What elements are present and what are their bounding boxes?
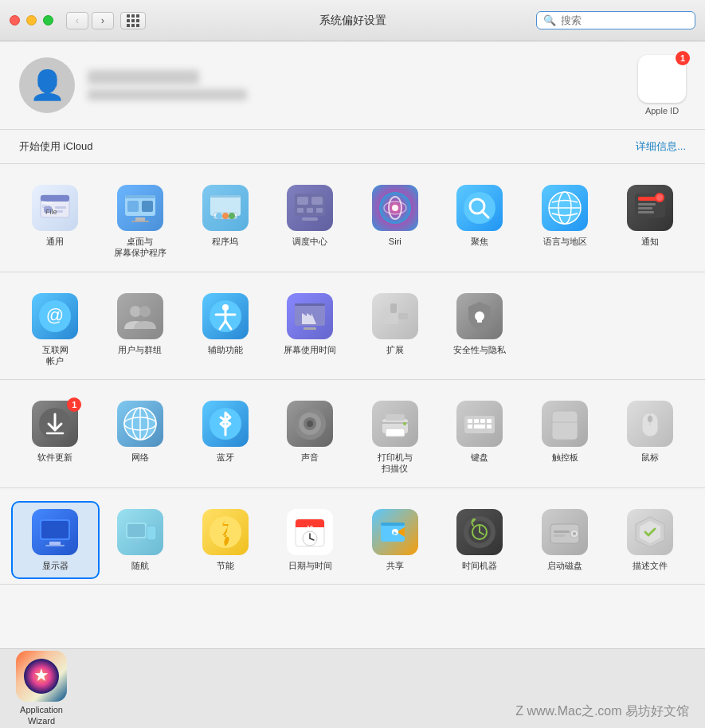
bluetooth-icon-svg <box>208 406 243 441</box>
avatar-icon: 👤 <box>29 68 65 102</box>
svg-rect-42 <box>638 211 654 213</box>
minimize-button[interactable] <box>26 15 37 25</box>
svg-rect-15 <box>210 195 241 198</box>
pref-item-display[interactable]: 显示器 <box>13 503 98 577</box>
pref-item-sidecar[interactable]: 随航 <box>98 503 183 577</box>
energy-label: 节能 <box>217 560 234 571</box>
pref-item-datetime[interactable]: 18 日期与时间 <box>268 503 353 577</box>
pref-item-general[interactable]: File New One 通用 <box>13 178 98 265</box>
svg-rect-92 <box>648 416 652 422</box>
pref-item-desktop[interactable]: 桌面与屏幕保护程序 <box>98 178 183 265</box>
network-label: 网络 <box>131 452 149 463</box>
energy-icon <box>202 509 249 555</box>
svg-text:18: 18 <box>307 525 313 530</box>
pref-item-extensions[interactable]: 扩展 <box>353 287 438 374</box>
pref-item-notifications[interactable]: 通知 <box>607 178 692 265</box>
pref-item-network[interactable]: 网络 <box>98 394 183 481</box>
software-badge: 1 <box>67 397 81 412</box>
printer-icon <box>372 401 418 447</box>
user-name <box>88 70 199 84</box>
keyboard-icon <box>456 401 503 447</box>
watermark: Z www.Mac之.com 易坊好文馆 <box>515 703 689 720</box>
general-icon-svg: File New One <box>37 190 72 225</box>
svg-point-31 <box>464 192 495 224</box>
siri-icon-svg <box>378 190 413 225</box>
pref-item-language[interactable]: 语言与地区 <box>523 178 608 265</box>
pref-item-users[interactable]: 用户与群组 <box>98 287 183 374</box>
pref-item-dock[interactable]: 程序坞 <box>182 178 268 265</box>
mission-icon-svg <box>292 190 327 225</box>
pref-item-startup[interactable]: 启动磁盘 <box>523 503 608 577</box>
pref-item-internet[interactable]: @ 互联网帐户 <box>13 287 98 374</box>
svg-point-19 <box>229 213 235 219</box>
sound-icon <box>287 401 333 447</box>
close-button[interactable] <box>10 15 20 25</box>
search-bar[interactable]: 🔍 <box>536 11 695 29</box>
nav-buttons: ‹ › <box>66 12 114 29</box>
search-input[interactable] <box>561 14 688 26</box>
prefs-grid-3: 1 软件更新 网络 <box>13 394 692 481</box>
pref-item-energy[interactable]: 节能 <box>182 503 268 577</box>
pref-item-sharing[interactable]: ▶ 共享 <box>353 503 438 577</box>
pref-item-mission[interactable]: 调度中心 <box>268 178 353 265</box>
icloud-detail-button[interactable]: 详细信息... <box>636 139 686 154</box>
pref-item-security[interactable]: 安全性与隐私 <box>437 287 523 374</box>
pref-item-mouse[interactable]: 鼠标 <box>607 394 692 481</box>
pref-item-siri[interactable]: Siri <box>353 178 438 265</box>
display-icon <box>32 509 78 555</box>
pref-item-accessibility[interactable]: 辅助功能 <box>182 287 268 374</box>
screentime-label: 屏幕使用时间 <box>284 344 336 355</box>
network-icon-svg <box>123 406 158 441</box>
pref-item-printer[interactable]: 打印机与扫描仪 <box>353 394 438 481</box>
pref-item-screentime[interactable]: 屏幕使用时间 <box>268 287 353 374</box>
mission-label: 调度中心 <box>292 236 327 247</box>
svg-rect-59 <box>398 313 408 319</box>
startup-label: 启动磁盘 <box>547 560 582 571</box>
pref-item-sound[interactable]: 声音 <box>268 394 353 481</box>
pref-item-keyboard[interactable]: 键盘 <box>437 394 523 481</box>
pref-item-software[interactable]: 1 软件更新 <box>13 394 98 481</box>
display-label: 显示器 <box>42 560 69 571</box>
general-icon: File New One <box>32 185 78 231</box>
svg-rect-83 <box>480 419 485 423</box>
svg-rect-40 <box>638 203 656 205</box>
maximize-button[interactable] <box>43 15 53 25</box>
pref-item-bluetooth[interactable]: 蓝牙 <box>182 394 268 481</box>
back-button[interactable]: ‹ <box>66 12 88 29</box>
apple-id-button[interactable]: 1 Apple ID <box>638 55 686 115</box>
datetime-label: 日期与时间 <box>288 560 332 571</box>
svg-rect-123 <box>554 534 565 537</box>
spotlight-icon <box>456 185 503 231</box>
grid-view-button[interactable] <box>120 12 146 29</box>
mouse-icon <box>627 401 673 447</box>
profiles-icon-svg <box>633 515 668 550</box>
energy-icon-svg <box>208 515 243 550</box>
svg-rect-23 <box>297 208 304 213</box>
svg-rect-41 <box>638 207 652 209</box>
sharing-label: 共享 <box>386 560 404 571</box>
svg-rect-22 <box>311 197 323 205</box>
svg-rect-86 <box>474 425 485 429</box>
svg-rect-10 <box>135 217 145 221</box>
dock-app-wizard[interactable]: ★ Application Wizard <box>16 651 67 726</box>
profiles-icon <box>627 509 673 555</box>
dock-icon-svg <box>208 190 243 225</box>
svg-rect-56 <box>295 303 325 306</box>
trackpad-label: 触控板 <box>552 452 578 463</box>
sound-icon-svg <box>292 406 327 441</box>
pref-item-trackpad[interactable]: 触控板 <box>523 394 608 481</box>
spotlight-label: 聚焦 <box>471 236 488 247</box>
extensions-icon <box>372 293 418 339</box>
pref-item-timemachine[interactable]: 时间机器 <box>437 503 523 577</box>
pref-item-profiles[interactable]: 描述文件 <box>607 503 692 577</box>
accessibility-icon-svg <box>208 299 243 334</box>
profile-section: 👤 1 Apple ID <box>0 41 705 130</box>
icloud-section: 开始使用 iCloud 详细信息... <box>0 130 705 164</box>
security-icon <box>456 293 503 339</box>
printer-icon-svg <box>378 406 413 441</box>
pref-item-spotlight[interactable]: 聚焦 <box>437 178 523 265</box>
titlebar: ‹ › 系统偏好设置 🔍 <box>0 0 705 41</box>
forward-button[interactable]: › <box>92 12 114 29</box>
sharing-icon: ▶ <box>372 509 418 555</box>
svg-rect-24 <box>307 208 313 213</box>
